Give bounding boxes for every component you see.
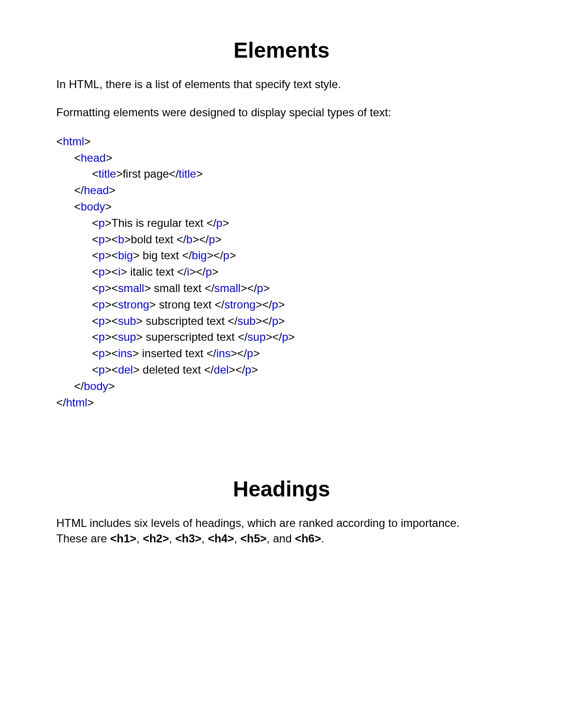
angle-bracket: <: [56, 135, 63, 148]
angle-bracket: >: [105, 315, 111, 327]
angle-bracket: >: [212, 265, 219, 278]
tag-p: p: [99, 315, 105, 327]
angle-bracket: </: [182, 249, 192, 262]
tag-sub: sub: [118, 315, 136, 327]
angle-bracket: >: [253, 347, 260, 360]
h2-tag-label: <h2>: [143, 532, 169, 545]
angle-bracket: </: [262, 298, 272, 311]
tag-p-close: p: [205, 265, 212, 278]
angle-bracket: >: [256, 298, 262, 311]
tag-b: b: [118, 233, 124, 246]
text-span: ,: [169, 532, 175, 545]
tag-strong: strong: [118, 298, 149, 311]
angle-bracket: <: [74, 151, 81, 164]
angle-bracket: >: [288, 330, 295, 343]
angle-bracket: </: [213, 249, 223, 262]
code-text: superscripted text: [143, 330, 238, 343]
code-example-block: <html> <head> <title>first page</title> …: [56, 134, 507, 411]
text-span: ,: [202, 532, 208, 545]
tag-p: p: [99, 249, 105, 262]
text-span: ,: [234, 532, 240, 545]
code-line: <p><b>bold text </b></p>: [56, 232, 507, 248]
angle-bracket: >: [84, 135, 91, 148]
code-text: strong text: [156, 298, 214, 311]
tag-p-close: p: [216, 217, 222, 229]
angle-bracket: </: [205, 282, 214, 294]
code-line: <p><ins> inserted text </ins></p>: [56, 345, 507, 362]
angle-bracket: >: [105, 200, 112, 213]
code-line: </html>: [56, 395, 507, 411]
tag-html-open: html: [63, 135, 84, 148]
angle-bracket: >: [133, 249, 139, 262]
angle-bracket: >: [109, 184, 115, 196]
angle-bracket: <: [74, 200, 81, 213]
angle-bracket: <: [92, 233, 99, 246]
text-span: .: [321, 532, 324, 545]
angle-bracket: </: [247, 282, 257, 294]
tag-sup-close: sup: [248, 330, 266, 343]
code-line: <p><sub> subscripted text </sub></p>: [56, 313, 507, 330]
angle-bracket: >: [192, 233, 199, 246]
angle-bracket: >: [124, 233, 131, 246]
angle-bracket: >: [105, 347, 111, 360]
tag-sup: sup: [118, 330, 136, 343]
angle-bracket: <: [92, 265, 99, 278]
angle-bracket: <: [92, 298, 99, 311]
angle-bracket: >: [196, 167, 203, 180]
tag-html-close: html: [66, 396, 87, 409]
angle-bracket: >: [105, 233, 111, 246]
angle-bracket: >: [105, 298, 111, 311]
paragraph-headings-1: HTML includes six levels of headings, wh…: [56, 516, 507, 531]
angle-bracket: <: [92, 217, 99, 229]
code-line: <p><small> small text </small></p>: [56, 280, 507, 297]
tag-p: p: [99, 330, 105, 343]
angle-bracket: >: [251, 363, 258, 376]
angle-bracket: <: [111, 363, 118, 376]
section-title-elements: Elements: [56, 38, 507, 63]
angle-bracket: </: [215, 298, 225, 311]
paragraph-intro-2: Formatting elements were designed to dis…: [56, 105, 507, 120]
tag-p: p: [99, 363, 105, 376]
tag-strong-close: strong: [224, 298, 256, 311]
tag-small-close: small: [214, 282, 241, 294]
code-line: <p><big> big text </big></p>: [56, 248, 507, 264]
code-line: </head>: [56, 182, 507, 199]
code-line: <html>: [56, 134, 507, 150]
angle-bracket: </: [74, 380, 84, 392]
tag-p-open: p: [99, 217, 105, 229]
angle-bracket: </: [204, 363, 214, 376]
tag-ins-close: ins: [216, 347, 231, 360]
angle-bracket: >: [241, 282, 247, 294]
tag-p: p: [99, 265, 105, 278]
paragraph-headings-2: These are <h1>, <h2>, <h3>, <h4>, <h5>, …: [56, 531, 507, 546]
code-line: <title>first page</title>: [56, 166, 507, 182]
angle-bracket: </: [237, 347, 247, 360]
code-text: subscripted text: [143, 315, 228, 327]
paragraph-intro-1: In HTML, there is a list of elements tha…: [56, 77, 507, 92]
tag-p-close: p: [257, 282, 263, 294]
angle-bracket: <: [111, 347, 118, 360]
angle-bracket: </: [238, 330, 248, 343]
angle-bracket: >: [105, 282, 111, 294]
angle-bracket: </: [206, 217, 216, 229]
code-text: inserted text: [139, 347, 206, 360]
angle-bracket: <: [111, 282, 118, 294]
code-line: <p>This is regular text </p>: [56, 215, 507, 232]
angle-bracket: >: [105, 217, 111, 229]
angle-bracket: </: [176, 233, 186, 246]
angle-bracket: <: [111, 265, 118, 278]
document-page: Elements In HTML, there is a list of ele…: [0, 0, 563, 728]
angle-bracket: </: [262, 315, 272, 327]
tag-big: big: [118, 249, 133, 262]
angle-bracket: >: [106, 151, 112, 164]
code-text: deleted text: [139, 363, 204, 376]
code-text: bold text: [131, 233, 176, 246]
angle-bracket: <: [92, 330, 99, 343]
angle-bracket: >: [105, 265, 111, 278]
tag-sub-close: sub: [237, 315, 256, 327]
code-line: <p><del> deleted text </del></p>: [56, 362, 507, 378]
angle-bracket: >: [266, 330, 272, 343]
h5-tag-label: <h5>: [240, 532, 266, 545]
tag-p-close: p: [272, 315, 278, 327]
h4-tag-label: <h4>: [208, 532, 234, 545]
